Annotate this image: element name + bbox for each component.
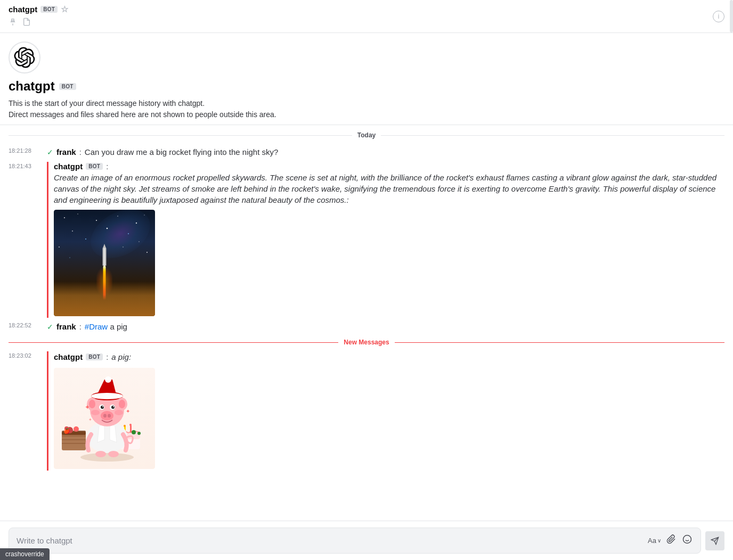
messages-area: Today 18:21:28 ✓ frank : Can you draw me…: [0, 125, 733, 521]
svg-point-6: [144, 215, 144, 215]
svg-point-33: [132, 430, 136, 434]
svg-point-4: [117, 216, 118, 217]
input-area: Aa ∨: [0, 521, 733, 560]
svg-point-34: [137, 432, 141, 435]
msg4-author: chatgpt: [54, 352, 83, 361]
scrollbar-thumb: [730, 0, 733, 32]
msg2-bot-badge: BOT: [86, 163, 103, 170]
svg-point-46: [101, 406, 104, 409]
svg-point-48: [102, 406, 103, 407]
channel-title: chatgpt: [9, 5, 37, 14]
svg-point-2: [77, 213, 78, 215]
msg1-colon: :: [79, 147, 82, 157]
msg1-text: Can you draw me a big rocket flying into…: [85, 146, 279, 158]
msg4-bot-badge: BOT: [86, 353, 103, 360]
msg1-content: ✓ frank : Can you draw me a big rocket f…: [45, 146, 724, 159]
star-icon[interactable]: ☆: [61, 4, 68, 14]
svg-text:✦: ✦: [85, 403, 90, 411]
svg-point-47: [111, 406, 115, 409]
svg-point-38: [91, 393, 123, 399]
svg-point-9: [128, 233, 129, 234]
svg-point-31: [129, 424, 132, 426]
svg-rect-29: [130, 425, 132, 433]
svg-point-8: [85, 238, 86, 240]
svg-point-12: [146, 252, 148, 253]
svg-point-5: [136, 223, 137, 224]
file-icon[interactable]: [22, 18, 31, 28]
svg-point-7: [72, 230, 73, 232]
send-button[interactable]: [705, 531, 724, 550]
channel-name: chatgpt: [9, 79, 55, 94]
svg-point-3: [96, 220, 97, 221]
svg-point-50: [91, 410, 100, 415]
svg-point-43: [119, 400, 125, 408]
verified-icon2: ✓: [47, 323, 53, 331]
channel-logo: [9, 42, 40, 73]
svg-point-11: [59, 246, 60, 248]
msg4-content: chatgpt BOT : a pig:: [47, 351, 724, 471]
message-row: 18:23:02 chatgpt BOT : a pig:: [9, 350, 724, 472]
verified-icon: ✓: [47, 148, 53, 157]
svg-point-10: [139, 241, 140, 242]
date-divider: Today: [9, 131, 724, 139]
svg-point-16: [80, 453, 134, 462]
message-row: 18:21:28 ✓ frank : Can you draw me a big…: [9, 145, 724, 160]
channel-bot-badge: BOT: [59, 83, 76, 90]
top-bot-badge: BOT: [40, 6, 58, 13]
msg2-author: chatgpt: [54, 162, 83, 171]
msg3-text: #Draw a pig: [85, 321, 127, 332]
svg-point-59: [108, 451, 119, 457]
msg1-timestamp: 18:21:28: [9, 146, 45, 154]
svg-point-60: [683, 536, 691, 543]
msg3-timestamp: 18:22:52: [9, 321, 45, 328]
channel-desc2: Direct messages and files shared here ar…: [9, 109, 724, 120]
msg2-text: Create an image of an enormous rocket pr…: [54, 172, 724, 205]
message-input-wrapper: Aa ∨: [9, 528, 701, 554]
after-hashtag: a pig: [108, 322, 127, 331]
msg2-timestamp: 18:21:43: [9, 162, 45, 169]
svg-point-51: [115, 410, 123, 415]
svg-point-30: [124, 425, 126, 427]
hashtag: #Draw: [85, 322, 108, 331]
message-input[interactable]: [17, 536, 644, 545]
svg-point-54: [108, 414, 111, 418]
svg-point-58: [95, 451, 106, 457]
svg-point-15: [123, 246, 124, 248]
svg-point-1: [64, 217, 65, 218]
bottom-badge: crashoverride: [0, 548, 50, 560]
svg-text:🍎: 🍎: [63, 427, 70, 434]
top-bar: chatgpt BOT ☆ i: [0, 0, 733, 33]
svg-point-13: [69, 257, 70, 258]
svg-point-39: [105, 376, 111, 383]
msg4-text: a pig:: [111, 351, 131, 363]
msg4-timestamp: 18:23:02: [9, 351, 45, 359]
new-messages-divider: New Messages: [9, 339, 724, 346]
msg1-author: frank: [56, 147, 76, 157]
channel-name-row: chatgpt BOT: [9, 79, 724, 94]
rocket-image: [54, 210, 155, 316]
message-row: 18:21:43 chatgpt BOT : Create an image o…: [9, 161, 724, 319]
svg-point-53: [103, 414, 107, 418]
msg2-content: chatgpt BOT : Create an image of an enor…: [47, 162, 724, 318]
message-row: 18:22:52 ✓ frank : #Draw a pig: [9, 320, 724, 334]
svg-point-52: [101, 411, 113, 421]
svg-text:✦: ✦: [126, 408, 130, 414]
channel-desc1: This is the start of your direct message…: [9, 98, 724, 109]
info-icon[interactable]: i: [713, 11, 724, 22]
svg-point-14: [107, 228, 108, 229]
msg3-author: frank: [56, 322, 76, 331]
channel-header: chatgpt BOT This is the start of your di…: [0, 33, 733, 125]
pin-icon[interactable]: [9, 18, 17, 28]
text-format-button[interactable]: Aa ∨: [648, 537, 661, 545]
pig-image: 🍎: [54, 368, 155, 469]
msg3-content: ✓ frank : #Draw a pig: [45, 321, 724, 333]
svg-point-49: [113, 406, 114, 407]
emoji-icon[interactable]: [681, 533, 693, 548]
svg-point-23: [74, 426, 79, 432]
attachment-icon[interactable]: [665, 533, 677, 548]
chevron-down-icon: ∨: [657, 538, 661, 543]
svg-text:✦: ✦: [88, 417, 92, 422]
